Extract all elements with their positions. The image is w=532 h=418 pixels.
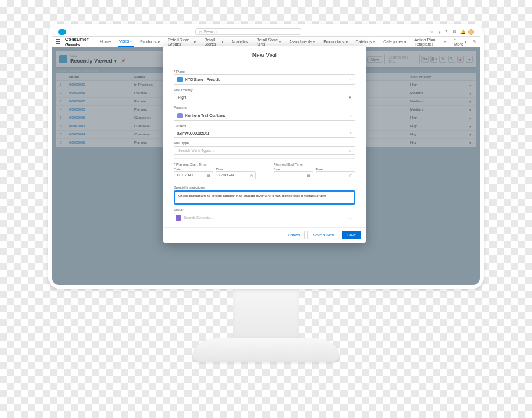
- tab-more[interactable]: * More▾: [452, 37, 468, 47]
- app-launcher-icon[interactable]: [56, 39, 60, 45]
- visittype-lookup[interactable]: Search Work Types...⌕: [174, 146, 355, 155]
- search-placeholder: Search...: [204, 30, 220, 34]
- screen: ⌕ Search... ☆ ＋ ? ⚙ 🔔 Consumer Goods Hom…: [52, 27, 480, 285]
- end-date-input[interactable]: ▦: [274, 171, 313, 179]
- special-instructions-label: Special Instructions: [174, 186, 355, 189]
- help-icon[interactable]: ?: [445, 30, 450, 34]
- start-time-input[interactable]: 12:00 PM◷: [216, 171, 255, 179]
- search-icon: ⌕: [349, 216, 353, 220]
- clear-context-icon[interactable]: ×: [349, 131, 352, 135]
- place-label: Place: [174, 70, 355, 73]
- user-avatar[interactable]: [468, 29, 474, 35]
- clock-icon: ◷: [250, 173, 253, 177]
- tab-categories[interactable]: Categories▾: [381, 37, 408, 47]
- account-lookup[interactable]: Northern Trail Outfitters ×: [174, 111, 355, 121]
- chevron-down-icon: ▾: [130, 39, 132, 43]
- modal-close-icon[interactable]: ×: [362, 47, 367, 56]
- tab-home[interactable]: Home: [98, 37, 113, 47]
- edit-nav-icon[interactable]: ✎: [473, 40, 476, 44]
- account-label: Account: [174, 106, 355, 109]
- save-button[interactable]: Save: [342, 231, 361, 239]
- place-lookup[interactable]: NTO Store - Presidio ×: [174, 74, 355, 85]
- global-search[interactable]: ⌕ Search...: [195, 28, 301, 35]
- contact-icon: [176, 215, 181, 221]
- salesforce-logo-icon: [58, 29, 66, 35]
- end-time-label: Planned End Time: [274, 163, 356, 166]
- add-icon[interactable]: ＋: [437, 30, 442, 34]
- app-name: Consumer Goods: [65, 37, 93, 47]
- calendar-icon: ▦: [307, 173, 310, 177]
- store-icon: [177, 77, 183, 82]
- global-header: ⌕ Search... ☆ ＋ ? ⚙ 🔔: [52, 27, 480, 37]
- calendar-icon: ▦: [207, 173, 210, 177]
- cancel-button[interactable]: Cancel: [283, 231, 305, 239]
- end-time-input[interactable]: ◷: [316, 171, 355, 179]
- start-time-label: Planned Start Time: [174, 163, 256, 166]
- priority-select[interactable]: High▾: [174, 93, 355, 102]
- context-label: Context: [174, 124, 355, 128]
- tab-retail-stores[interactable]: Retail Stores▾: [202, 37, 225, 47]
- monitor-base: [193, 338, 339, 362]
- modal-title: New Visit: [163, 52, 366, 59]
- tab-catalogs[interactable]: Catalogs▾: [354, 37, 377, 47]
- chevron-down-icon: ▾: [349, 95, 351, 100]
- setup-gear-icon[interactable]: ⚙: [453, 30, 458, 34]
- clear-place-icon[interactable]: ×: [349, 77, 352, 82]
- save-and-new-button[interactable]: Save & New: [307, 231, 339, 239]
- tab-assortments[interactable]: Assortments▾: [287, 37, 317, 47]
- search-icon: ⌕: [349, 148, 351, 153]
- page-content: Visits Recently Viewed▾📌 New Search this…: [52, 47, 480, 285]
- tab-visits[interactable]: Visits▾: [118, 37, 134, 47]
- monitor-neck: [233, 287, 299, 341]
- tab-analytics[interactable]: Analytics: [230, 37, 250, 47]
- monitor-frame: ⌕ Search... ☆ ＋ ? ⚙ 🔔 Consumer Goods Hom…: [48, 24, 484, 289]
- tab-promotions[interactable]: Promotions▾: [322, 37, 349, 47]
- account-icon: [177, 113, 183, 118]
- tab-retail-store-groups[interactable]: Retail Store Groups▾: [166, 37, 198, 47]
- favorites-icon[interactable]: ☆: [430, 30, 434, 34]
- tab-products[interactable]: Products▾: [138, 37, 161, 47]
- special-instructions-textarea[interactable]: Check promotions to ensure location has …: [174, 190, 355, 205]
- clear-account-icon[interactable]: ×: [349, 114, 352, 118]
- notifications-icon[interactable]: 🔔: [460, 30, 465, 34]
- visittype-label: Visit Type: [174, 141, 355, 145]
- clock-icon: ◷: [349, 173, 352, 177]
- new-visit-modal: New Visit Place NTO Store - Presidio × V…: [163, 46, 366, 243]
- context-input[interactable]: a3l4W000000zUtu ×: [174, 129, 355, 138]
- tab-action-plan-templates[interactable]: Action Plan Templates▾: [413, 37, 447, 47]
- global-actions: ☆ ＋ ? ⚙ 🔔: [430, 29, 474, 35]
- visitor-lookup[interactable]: Search Contacts... ⌕: [174, 213, 355, 222]
- modal-footer: Cancel Save & New Save: [163, 227, 366, 239]
- visitor-label: Visitor: [174, 208, 355, 212]
- priority-label: Visit Priority: [174, 88, 355, 92]
- tab-retail-store-kpis[interactable]: Retail Store KPIs▾: [255, 37, 283, 47]
- search-icon: ⌕: [199, 30, 202, 34]
- start-date-input[interactable]: 11/1/2020▦: [174, 171, 213, 179]
